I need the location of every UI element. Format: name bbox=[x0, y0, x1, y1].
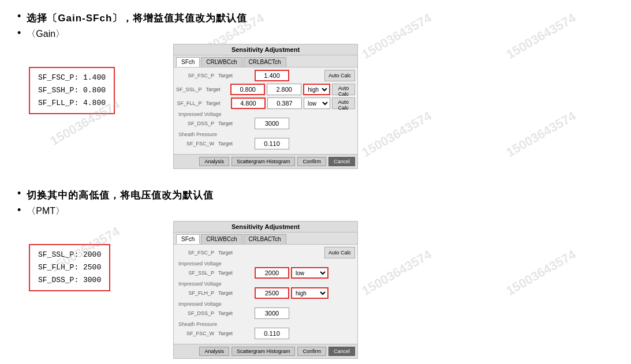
panel1-fll-input2[interactable] bbox=[267, 97, 302, 109]
section1: • 选择〔Gain-SFch〕，将增益值其值改为默认值 • 〈Gain〉 SF_… bbox=[17, 12, 614, 169]
panel1-tab-crlwbcch[interactable]: CRLWBCch bbox=[201, 57, 242, 67]
panel1-row2-label: SF_SSL_P bbox=[176, 87, 204, 92]
panel1-row3-autocal[interactable]: Auto Calc bbox=[332, 97, 355, 109]
panel2-row4-sublabel: Target bbox=[218, 310, 253, 316]
panel2-row5-label: SF_FSC_W bbox=[176, 331, 216, 336]
panel1-tab-crlbactch[interactable]: CRLBACTch bbox=[244, 57, 286, 67]
panel1-row1-autocal[interactable]: Auto Calc bbox=[324, 70, 355, 81]
panel1-ssl-select[interactable]: high low bbox=[303, 84, 330, 95]
panel1-tab-sfch[interactable]: SFch bbox=[176, 57, 200, 67]
panel2-flh-input[interactable] bbox=[255, 287, 289, 299]
panel2-row4-label: SF_DSS_P bbox=[176, 310, 216, 316]
panel2-scattergram-btn[interactable]: Scattergram Histogram bbox=[232, 347, 296, 356]
section2-infobox: SF_SSL_P: 2000 SF_FLH_P: 2500 SF_DSS_P: … bbox=[29, 244, 110, 291]
panel2-row3-label: SF_FLH_P bbox=[176, 290, 216, 296]
section1-left-area: SF_FSC_P: 1.400 SF_SSH_P: 0.800 SF_FLL_P… bbox=[29, 44, 162, 114]
section2-bullet2-text: 〈PMT〉 bbox=[27, 205, 65, 217]
panel1-ssl-input2[interactable] bbox=[267, 84, 301, 95]
panel2-confirm-btn[interactable]: Confirm bbox=[297, 347, 326, 356]
panel1-tabs: SFch CRLWBCch CRLBACTch bbox=[174, 55, 357, 67]
panel2-row2-label: SF_SSL_P bbox=[176, 270, 216, 276]
panel1-row4-sublabel: Target bbox=[218, 121, 253, 126]
panel1-analysis-btn[interactable]: Analysis bbox=[199, 157, 229, 166]
bullet-dot-4: • bbox=[17, 204, 21, 216]
infobox2-line1: SF_SSL_P: 2000 bbox=[38, 249, 101, 261]
panel2-footer: Analysis Scattergram Histogram Confirm C… bbox=[174, 344, 357, 358]
panel2-row1: SF_FSC_P Target Auto Calc bbox=[176, 247, 355, 258]
infobox1-line2: SF_SSH_P: 0.800 bbox=[38, 84, 106, 97]
panel2-cancel-btn[interactable]: Cancel bbox=[328, 347, 355, 356]
panel2-tab-crlbactch[interactable]: CRLBACTch bbox=[244, 234, 286, 244]
panel2-sheath-label: Sheath Pressure bbox=[178, 321, 355, 327]
panel1-fsc-input[interactable] bbox=[255, 70, 289, 81]
panel1-fll-select[interactable]: low high bbox=[304, 97, 330, 109]
section2: • 切换其中的高低值，将电压值改为默认值 • 〈PMT〉 SF_SSL_P: 2… bbox=[17, 189, 614, 359]
infobox1-line3: SF_FLL_P: 4.800 bbox=[38, 97, 106, 110]
bullet-dot-3: • bbox=[17, 187, 21, 200]
section2-right-area: Sensitivity Adjustment SFch CRLWBCch CRL… bbox=[173, 221, 358, 359]
panel2-row4: SF_DSS_P Target bbox=[176, 307, 355, 319]
panel2-row5: SF_FSC_W Target bbox=[176, 328, 355, 339]
panel1-impressed-label: Impressed Voltage bbox=[178, 111, 355, 117]
panel1-row3-sublabel: Target bbox=[206, 100, 229, 106]
panel1-row5-sublabel: Target bbox=[218, 141, 253, 147]
page-container: 15003643574 15003643574 15003643574 1500… bbox=[0, 0, 631, 364]
infobox1-line1: SF_FSC_P: 1.400 bbox=[38, 72, 106, 84]
panel2-tab-sfch[interactable]: SFch bbox=[176, 234, 200, 244]
panel2-row1-label: SF_FSC_P bbox=[176, 250, 216, 256]
panel1-sheath-label: Sheath Pressure bbox=[178, 132, 355, 137]
panel2-row2-sublabel: Target bbox=[218, 270, 253, 276]
panel2-row1-sublabel: Target bbox=[218, 250, 253, 256]
panel2-fscw-input[interactable] bbox=[255, 328, 289, 339]
panel2-tab-crlwbcch[interactable]: CRLWBCch bbox=[201, 234, 242, 244]
panel2-analysis-btn[interactable]: Analysis bbox=[199, 347, 229, 356]
panel2-ssl-section-label: Impressed Voltage bbox=[178, 261, 355, 267]
panel2-title: Sensitivity Adjustment bbox=[174, 222, 357, 232]
panel1-ssl-input[interactable] bbox=[230, 84, 265, 95]
panel1-fll-input[interactable] bbox=[231, 97, 266, 109]
panel2-dss-input[interactable] bbox=[255, 307, 289, 319]
panel1-row5: SF_FSC_W Target bbox=[176, 138, 355, 149]
panel1-row4: SF_DSS_P Target bbox=[176, 118, 355, 129]
panel1-scattergram-btn[interactable]: Scattergram Histogram bbox=[232, 157, 296, 166]
panel2-row3-sublabel: Target bbox=[218, 290, 253, 296]
panel1-title: Sensitivity Adjustment bbox=[174, 44, 357, 55]
panel1-dss-input[interactable] bbox=[255, 118, 289, 129]
panel1-body: SF_FSC_P Target Auto Calc SF_SSL_P Targe… bbox=[174, 67, 357, 154]
panel2-tabs: SFch CRLWBCch CRLBACTch bbox=[174, 232, 357, 245]
panel1-row3-label: SF_FLL_P bbox=[176, 100, 204, 106]
panel1-row3: SF_FLL_P Target low high Auto Calc bbox=[176, 97, 355, 109]
panel1-row1: SF_FSC_P Target Auto Calc bbox=[176, 70, 355, 81]
section1-infobox: SF_FSC_P: 1.400 SF_SSH_P: 0.800 SF_FLL_P… bbox=[29, 67, 115, 114]
infobox2-line3: SF_DSS_P: 3000 bbox=[38, 274, 101, 287]
panel2-flh-select[interactable]: high low bbox=[291, 287, 328, 299]
panel2-row1-autocal[interactable]: Auto Calc bbox=[324, 247, 355, 258]
section1-content-row: SF_FSC_P: 1.400 SF_SSH_P: 0.800 SF_FLL_P… bbox=[29, 44, 614, 169]
panel1-row1-label: SF_FSC_P bbox=[176, 73, 216, 78]
panel1-row1-sublabel: Target bbox=[218, 73, 253, 78]
sensitivity-panel-2: Sensitivity Adjustment SFch CRLWBCch CRL… bbox=[173, 221, 358, 359]
panel2-flh-section-label: Impressed Voltage bbox=[178, 281, 355, 287]
section2-bullet1-text: 切换其中的高低值，将电压值改为默认值 bbox=[27, 189, 214, 202]
panel1-fscw-input[interactable] bbox=[255, 138, 289, 149]
panel2-row3: SF_FLH_P Target high low bbox=[176, 287, 355, 299]
panel1-row2: SF_SSL_P Target high low Auto Calc bbox=[176, 84, 355, 95]
panel1-cancel-btn[interactable]: Cancel bbox=[328, 157, 355, 166]
panel1-row5-label: SF_FSC_W bbox=[176, 141, 216, 147]
panel1-row2-autocal[interactable]: Auto Calc bbox=[332, 84, 355, 95]
section1-bullet1-text: 选择〔Gain-SFch〕，将增益值其值改为默认值 bbox=[27, 12, 247, 25]
panel2-body: SF_FSC_P Target Auto Calc Impressed Volt… bbox=[174, 245, 357, 344]
section1-bullet1-line: • 选择〔Gain-SFch〕，将增益值其值改为默认值 bbox=[17, 12, 614, 25]
section2-bullet1-line: • 切换其中的高低值，将电压值改为默认值 bbox=[17, 189, 614, 202]
panel2-dss-section-label: Impressed Voltage bbox=[178, 301, 355, 307]
panel1-confirm-btn[interactable]: Confirm bbox=[297, 157, 326, 166]
panel2-ssl-input[interactable] bbox=[255, 267, 289, 279]
panel2-ssl-select[interactable]: low high bbox=[291, 267, 328, 279]
panel2-row2: SF_SSL_P Target low high bbox=[176, 267, 355, 279]
section1-right-area: Sensitivity Adjustment SFch CRLWBCch CRL… bbox=[173, 44, 358, 169]
bullet-dot-1: • bbox=[17, 10, 21, 22]
panel2-row5-sublabel: Target bbox=[218, 331, 253, 336]
section2-content-row: SF_SSL_P: 2000 SF_FLH_P: 2500 SF_DSS_P: … bbox=[29, 221, 614, 359]
section2-bullet2-line: • 〈PMT〉 bbox=[17, 205, 614, 217]
bullet-dot-2: • bbox=[17, 27, 21, 39]
